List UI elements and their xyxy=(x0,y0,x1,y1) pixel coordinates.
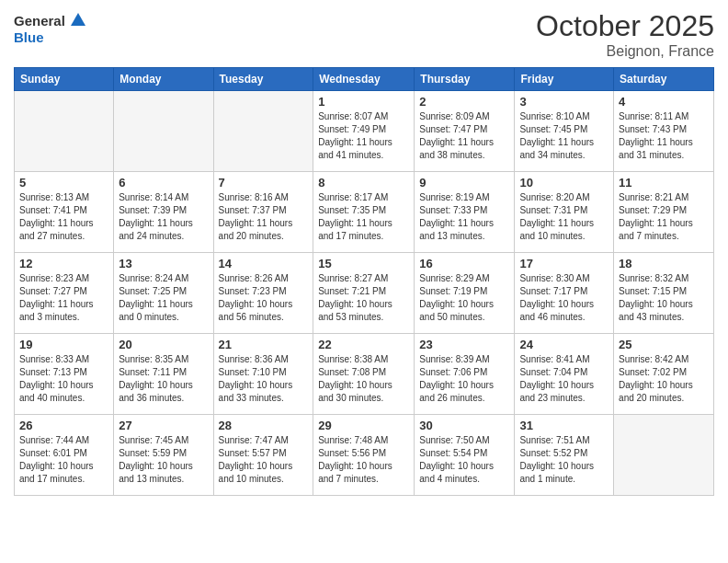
day-info: Sunrise: 8:41 AM Sunset: 7:04 PM Dayligh… xyxy=(519,353,609,405)
col-sunday: Sunday xyxy=(15,68,114,91)
day-info: Sunrise: 8:14 AM Sunset: 7:39 PM Dayligh… xyxy=(119,191,208,243)
table-row: 15Sunrise: 8:27 AM Sunset: 7:21 PM Dayli… xyxy=(313,253,415,334)
day-number: 29 xyxy=(318,419,409,432)
day-info: Sunrise: 8:07 AM Sunset: 7:49 PM Dayligh… xyxy=(318,110,409,162)
table-row: 30Sunrise: 7:50 AM Sunset: 5:54 PM Dayli… xyxy=(415,415,515,496)
day-number: 22 xyxy=(318,338,409,351)
day-number: 21 xyxy=(219,338,309,351)
calendar-header-row: Sunday Monday Tuesday Wednesday Thursday… xyxy=(15,68,714,91)
day-number: 26 xyxy=(19,419,108,432)
day-info: Sunrise: 8:10 AM Sunset: 7:45 PM Dayligh… xyxy=(519,110,609,162)
day-info: Sunrise: 7:44 AM Sunset: 6:01 PM Dayligh… xyxy=(19,434,108,486)
day-info: Sunrise: 7:45 AM Sunset: 5:59 PM Dayligh… xyxy=(119,434,208,486)
table-row xyxy=(614,415,714,496)
table-row: 5Sunrise: 8:13 AM Sunset: 7:41 PM Daylig… xyxy=(15,172,114,253)
table-row: 14Sunrise: 8:26 AM Sunset: 7:23 PM Dayli… xyxy=(213,253,313,334)
day-number: 13 xyxy=(119,257,208,270)
col-thursday: Thursday xyxy=(415,68,515,91)
day-number: 31 xyxy=(519,419,609,432)
table-row: 6Sunrise: 8:14 AM Sunset: 7:39 PM Daylig… xyxy=(114,172,213,253)
table-row xyxy=(114,91,213,172)
day-info: Sunrise: 8:13 AM Sunset: 7:41 PM Dayligh… xyxy=(19,191,108,243)
table-row: 20Sunrise: 8:35 AM Sunset: 7:11 PM Dayli… xyxy=(114,334,213,415)
col-wednesday: Wednesday xyxy=(313,68,415,91)
day-info: Sunrise: 8:42 AM Sunset: 7:02 PM Dayligh… xyxy=(619,353,709,405)
day-info: Sunrise: 8:29 AM Sunset: 7:19 PM Dayligh… xyxy=(419,272,509,324)
table-row: 9Sunrise: 8:19 AM Sunset: 7:33 PM Daylig… xyxy=(415,172,515,253)
header: General Blue October 2025 Beignon, Franc… xyxy=(14,9,714,60)
day-info: Sunrise: 8:24 AM Sunset: 7:25 PM Dayligh… xyxy=(119,272,208,324)
table-row: 16Sunrise: 8:29 AM Sunset: 7:19 PM Dayli… xyxy=(415,253,515,334)
day-number: 10 xyxy=(519,176,609,190)
logo: General Blue xyxy=(14,9,87,48)
table-row: 29Sunrise: 7:48 AM Sunset: 5:56 PM Dayli… xyxy=(313,415,415,496)
day-info: Sunrise: 8:36 AM Sunset: 7:10 PM Dayligh… xyxy=(219,353,309,405)
table-row: 4Sunrise: 8:11 AM Sunset: 7:43 PM Daylig… xyxy=(614,91,714,172)
table-row: 21Sunrise: 8:36 AM Sunset: 7:10 PM Dayli… xyxy=(213,334,313,415)
col-tuesday: Tuesday xyxy=(213,68,313,91)
day-number: 12 xyxy=(19,257,108,270)
day-number: 30 xyxy=(419,419,509,432)
day-number: 3 xyxy=(519,95,609,109)
logo-svg: General Blue xyxy=(14,9,87,48)
table-row: 28Sunrise: 7:47 AM Sunset: 5:57 PM Dayli… xyxy=(213,415,313,496)
table-row: 7Sunrise: 8:16 AM Sunset: 7:37 PM Daylig… xyxy=(213,172,313,253)
day-info: Sunrise: 8:23 AM Sunset: 7:27 PM Dayligh… xyxy=(19,272,108,324)
month-title: October 2025 xyxy=(536,9,714,43)
table-row: 22Sunrise: 8:38 AM Sunset: 7:08 PM Dayli… xyxy=(313,334,415,415)
day-number: 25 xyxy=(619,338,709,351)
day-number: 5 xyxy=(19,176,108,190)
table-row: 27Sunrise: 7:45 AM Sunset: 5:59 PM Dayli… xyxy=(114,415,213,496)
table-row: 10Sunrise: 8:20 AM Sunset: 7:31 PM Dayli… xyxy=(515,172,614,253)
day-number: 7 xyxy=(219,176,309,190)
page: General Blue October 2025 Beignon, Franc… xyxy=(0,0,728,563)
table-row: 31Sunrise: 7:51 AM Sunset: 5:52 PM Dayli… xyxy=(515,415,614,496)
table-row: 26Sunrise: 7:44 AM Sunset: 6:01 PM Dayli… xyxy=(15,415,114,496)
day-number: 23 xyxy=(419,338,509,351)
day-number: 16 xyxy=(419,257,509,270)
table-row: 8Sunrise: 8:17 AM Sunset: 7:35 PM Daylig… xyxy=(313,172,415,253)
day-info: Sunrise: 8:11 AM Sunset: 7:43 PM Dayligh… xyxy=(619,110,709,162)
day-number: 4 xyxy=(619,95,709,109)
day-number: 8 xyxy=(318,176,409,190)
day-number: 18 xyxy=(619,257,709,270)
day-number: 9 xyxy=(419,176,509,190)
day-info: Sunrise: 8:19 AM Sunset: 7:33 PM Dayligh… xyxy=(419,191,509,243)
day-number: 17 xyxy=(519,257,609,270)
day-number: 20 xyxy=(119,338,208,351)
location: Beignon, France xyxy=(536,43,714,60)
day-number: 15 xyxy=(318,257,409,270)
day-number: 6 xyxy=(119,176,208,190)
table-row xyxy=(213,91,313,172)
day-info: Sunrise: 8:27 AM Sunset: 7:21 PM Dayligh… xyxy=(318,272,409,324)
day-info: Sunrise: 8:30 AM Sunset: 7:17 PM Dayligh… xyxy=(519,272,609,324)
day-info: Sunrise: 8:21 AM Sunset: 7:29 PM Dayligh… xyxy=(619,191,709,243)
table-row: 11Sunrise: 8:21 AM Sunset: 7:29 PM Dayli… xyxy=(614,172,714,253)
day-info: Sunrise: 8:38 AM Sunset: 7:08 PM Dayligh… xyxy=(318,353,409,405)
day-info: Sunrise: 8:35 AM Sunset: 7:11 PM Dayligh… xyxy=(119,353,208,405)
table-row: 12Sunrise: 8:23 AM Sunset: 7:27 PM Dayli… xyxy=(15,253,114,334)
svg-text:Blue: Blue xyxy=(14,29,44,45)
table-row: 19Sunrise: 8:33 AM Sunset: 7:13 PM Dayli… xyxy=(15,334,114,415)
table-row: 23Sunrise: 8:39 AM Sunset: 7:06 PM Dayli… xyxy=(415,334,515,415)
day-info: Sunrise: 8:20 AM Sunset: 7:31 PM Dayligh… xyxy=(519,191,609,243)
day-info: Sunrise: 8:17 AM Sunset: 7:35 PM Dayligh… xyxy=(318,191,409,243)
table-row: 2Sunrise: 8:09 AM Sunset: 7:47 PM Daylig… xyxy=(415,91,515,172)
day-number: 11 xyxy=(619,176,709,190)
svg-text:General: General xyxy=(14,13,65,29)
svg-marker-2 xyxy=(71,13,85,26)
day-info: Sunrise: 7:51 AM Sunset: 5:52 PM Dayligh… xyxy=(519,434,609,486)
table-row: 24Sunrise: 8:41 AM Sunset: 7:04 PM Dayli… xyxy=(515,334,614,415)
day-info: Sunrise: 7:48 AM Sunset: 5:56 PM Dayligh… xyxy=(318,434,409,486)
col-saturday: Saturday xyxy=(614,68,714,91)
table-row: 18Sunrise: 8:32 AM Sunset: 7:15 PM Dayli… xyxy=(614,253,714,334)
day-info: Sunrise: 8:39 AM Sunset: 7:06 PM Dayligh… xyxy=(419,353,509,405)
table-row: 25Sunrise: 8:42 AM Sunset: 7:02 PM Dayli… xyxy=(614,334,714,415)
day-number: 1 xyxy=(318,95,409,109)
day-number: 28 xyxy=(219,419,309,432)
title-block: October 2025 Beignon, France xyxy=(536,9,714,60)
day-info: Sunrise: 8:32 AM Sunset: 7:15 PM Dayligh… xyxy=(619,272,709,324)
day-info: Sunrise: 8:26 AM Sunset: 7:23 PM Dayligh… xyxy=(219,272,309,324)
day-info: Sunrise: 7:47 AM Sunset: 5:57 PM Dayligh… xyxy=(219,434,309,486)
table-row: 1Sunrise: 8:07 AM Sunset: 7:49 PM Daylig… xyxy=(313,91,415,172)
